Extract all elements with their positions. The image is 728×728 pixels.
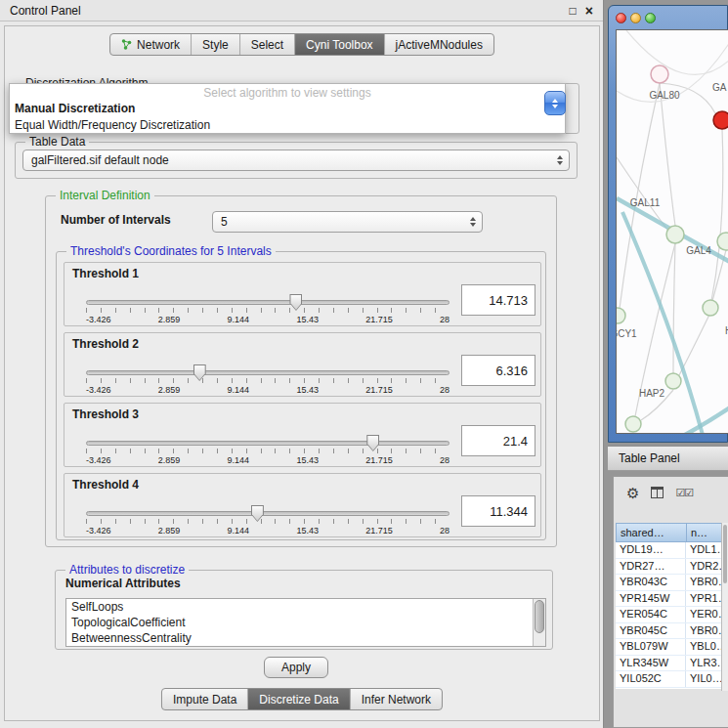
threshold-value-field[interactable]: 21.4 (461, 425, 535, 456)
control-panel-window: Control Panel □ × Network Style Select C… (0, 0, 604, 728)
table-data-combobox-value: galFiltered.sif default node (31, 153, 169, 167)
table-cell: YDL1… (686, 542, 722, 558)
threshold-value-field[interactable]: 14.713 (461, 284, 535, 316)
dropdown-option-manual-discretization[interactable]: Manual Discretization (10, 101, 565, 117)
tab-infer-network-label: Infer Network (362, 693, 431, 707)
table-panel-header[interactable]: Table Panel (608, 446, 728, 471)
list-scrollbar[interactable] (533, 599, 545, 646)
network-edge[interactable] (660, 83, 675, 226)
tab-jactivemnodules[interactable]: jActiveMNodules (384, 34, 493, 55)
dropdown-option-equal-width[interactable]: Equal Width/Frequency Discretization (10, 117, 565, 134)
table-row[interactable]: YIL052CYIL0… (616, 671, 722, 688)
tab-infer-network[interactable]: Infer Network (350, 689, 442, 709)
table-row[interactable]: YDL19…YDL1… (616, 542, 722, 559)
tab-select-label: Select (251, 38, 283, 52)
columns-icon[interactable] (651, 487, 664, 498)
threshold-slider[interactable]: -3.4262.8599.14415.4321.71528 (86, 511, 450, 535)
tab-cyni-toolbox[interactable]: Cyni Toolbox (294, 34, 383, 55)
network-node[interactable] (651, 65, 668, 83)
threshold-value-field[interactable]: 11.344 (461, 495, 535, 527)
slider-track[interactable] (86, 441, 450, 446)
threshold-slider[interactable]: -3.4262.8599.14415.4321.71528 (86, 370, 450, 395)
scale-label: 28 (440, 315, 450, 324)
column-header-name[interactable]: n… (687, 523, 722, 542)
select-columns-icon[interactable]: ☑☑ (675, 488, 693, 498)
column-header-shared-name[interactable]: shared… (616, 523, 687, 542)
table-cell: YBR0… (686, 623, 722, 639)
network-icon (121, 39, 132, 50)
scale-label: 28 (440, 385, 450, 395)
tab-select[interactable]: Select (239, 34, 294, 55)
tab-cyni-toolbox-label: Cyni Toolbox (306, 38, 372, 52)
scale-label: 21.715 (365, 385, 393, 395)
table-row[interactable]: YBR045CYBR0… (616, 623, 722, 640)
window-title: Control Panel (10, 4, 81, 18)
table-row[interactable]: YLR345WYLR3… (616, 656, 722, 672)
close-window-icon[interactable]: × (585, 4, 593, 18)
close-traffic-icon[interactable] (616, 13, 626, 23)
number-of-intervals-combobox[interactable]: 5 (212, 211, 483, 233)
list-item[interactable]: TopologicalCoefficient (66, 615, 545, 630)
zoom-traffic-icon[interactable] (645, 13, 656, 23)
tab-discretize-data[interactable]: Discretize Data (247, 689, 349, 709)
list-item[interactable]: BetweennessCentrality (66, 630, 545, 646)
threshold-slider[interactable]: -3.4262.8599.14415.4321.71528 (86, 441, 450, 465)
table-data-combobox[interactable]: galFiltered.sif default node (22, 150, 570, 171)
network-edge[interactable] (626, 30, 728, 74)
network-edge[interactable] (620, 83, 660, 309)
float-window-icon[interactable]: □ (570, 5, 577, 17)
network-canvas-svg[interactable]: GAL80GAGAL11GAL4GCY1HHAP2 (617, 30, 728, 434)
tab-network-label: Network (137, 38, 180, 52)
scale-label: -3.426 (86, 385, 111, 395)
gear-icon[interactable]: ⚙ (626, 486, 639, 500)
table-scrollbar-thumb[interactable] (723, 525, 727, 583)
numerical-attributes-list[interactable]: SelfLoopsTopologicalCoefficientBetweenne… (65, 598, 546, 647)
scale-label: 2.859 (158, 526, 181, 535)
spinner-up-icon (552, 99, 558, 103)
network-node[interactable] (717, 233, 728, 250)
network-node-label: GA (712, 82, 727, 93)
network-node[interactable] (617, 308, 625, 323)
network-edge[interactable] (673, 243, 675, 373)
network-edge[interactable] (711, 129, 723, 301)
network-canvas[interactable]: GAL80GAGAL11GAL4GCY1HHAP2 (616, 29, 728, 434)
cyni-bottom-tabbar: Impute Data Discretize Data Infer Networ… (161, 688, 443, 710)
apply-button[interactable]: Apply (264, 657, 328, 678)
network-node[interactable] (703, 300, 718, 316)
tab-style[interactable]: Style (191, 34, 239, 55)
attributes-fieldset: Attributes to discretize Numerical Attri… (55, 570, 553, 650)
table-cell: YPR145W (616, 591, 686, 607)
scale-label: -3.426 (86, 315, 111, 324)
table-row[interactable]: YBR043CYBR0… (616, 575, 722, 591)
threshold-value-field[interactable]: 6.316 (461, 355, 535, 386)
slider-track[interactable] (86, 511, 450, 516)
network-node-label: GCY1 (617, 328, 637, 339)
spinner-arrows-icon (470, 217, 476, 227)
network-edge[interactable] (685, 407, 728, 434)
table-scrollbar[interactable] (721, 523, 728, 691)
table-cell: YBR045C (616, 623, 686, 639)
list-scrollbar-thumb[interactable] (535, 600, 544, 633)
table-row[interactable]: YDR27…YDR2… (616, 559, 722, 576)
network-node[interactable] (666, 226, 684, 243)
network-node-label: GAL4 (686, 245, 711, 256)
table-cell: YBR043C (616, 575, 686, 590)
slider-track[interactable] (86, 300, 450, 305)
scale-label: 15.43 (296, 385, 319, 395)
tab-network[interactable]: Network (110, 34, 191, 55)
network-node[interactable] (625, 416, 641, 432)
minimize-traffic-icon[interactable] (630, 13, 641, 23)
interval-definition-legend: Interval Definition (56, 189, 154, 202)
list-item[interactable]: SelfLoops (66, 599, 545, 615)
dropdown-placeholder: Select algorithm to view settings (10, 85, 565, 101)
threshold-label: Threshold 4 (72, 478, 139, 492)
slider-track[interactable] (86, 370, 450, 375)
tab-impute-data[interactable]: Impute Data (162, 689, 247, 709)
threshold-slider[interactable]: -3.4262.8599.14415.4321.71528 (86, 300, 450, 324)
network-node[interactable] (665, 373, 681, 389)
network-node[interactable] (713, 111, 728, 129)
table-row[interactable]: YBL079WYBL0… (616, 639, 722, 656)
algorithm-combobox-button[interactable] (544, 91, 566, 115)
table-row[interactable]: YPR145WYPR1… (616, 591, 722, 608)
table-row[interactable]: YER054CYER0… (616, 607, 722, 623)
